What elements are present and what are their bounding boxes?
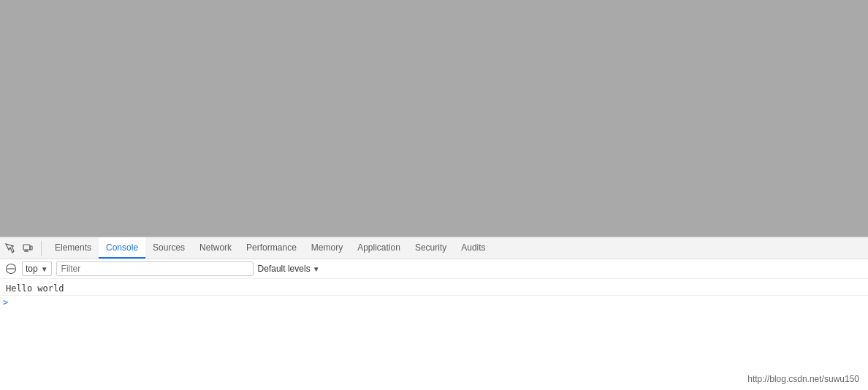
- devtools-icon-group: [3, 241, 42, 256]
- tab-performance[interactable]: Performance: [239, 237, 304, 259]
- tab-sources[interactable]: Sources: [145, 237, 192, 259]
- svg-rect-1: [30, 246, 32, 250]
- tab-audits[interactable]: Audits: [454, 237, 492, 259]
- device-toolbar-icon[interactable]: [20, 241, 35, 256]
- tab-security[interactable]: Security: [408, 237, 454, 259]
- svg-rect-0: [23, 245, 30, 250]
- devtools-tabs: Elements Console Sources Network Perform…: [0, 237, 868, 259]
- context-label: top: [26, 264, 38, 274]
- prompt-arrow-icon: >: [3, 297, 8, 307]
- console-toolbar: top ▼ Default levels ▼: [0, 259, 868, 279]
- context-arrow-icon: ▼: [41, 265, 48, 273]
- console-filter-input[interactable]: [56, 261, 254, 276]
- console-prompt[interactable]: >: [0, 296, 868, 309]
- console-content: Hello world >: [0, 279, 868, 390]
- tab-network[interactable]: Network: [192, 237, 239, 259]
- devtools-panel: Elements Console Sources Network Perform…: [0, 237, 868, 390]
- clear-console-button[interactable]: [4, 262, 18, 275]
- tab-console[interactable]: Console: [99, 237, 145, 259]
- default-levels-label: Default levels: [258, 264, 311, 274]
- watermark: http://blog.csdn.net/suwu150: [747, 374, 859, 384]
- tab-elements[interactable]: Elements: [47, 237, 99, 259]
- default-levels-button[interactable]: Default levels ▼: [258, 264, 320, 274]
- browser-viewport: [0, 0, 868, 237]
- levels-arrow-icon: ▼: [313, 265, 320, 273]
- context-selector[interactable]: top ▼: [22, 261, 52, 276]
- prompt-input-area[interactable]: [11, 297, 865, 307]
- inspect-element-icon[interactable]: [3, 241, 18, 256]
- tab-application[interactable]: Application: [350, 237, 408, 259]
- tab-memory[interactable]: Memory: [304, 237, 350, 259]
- console-message-0: Hello world: [0, 282, 868, 296]
